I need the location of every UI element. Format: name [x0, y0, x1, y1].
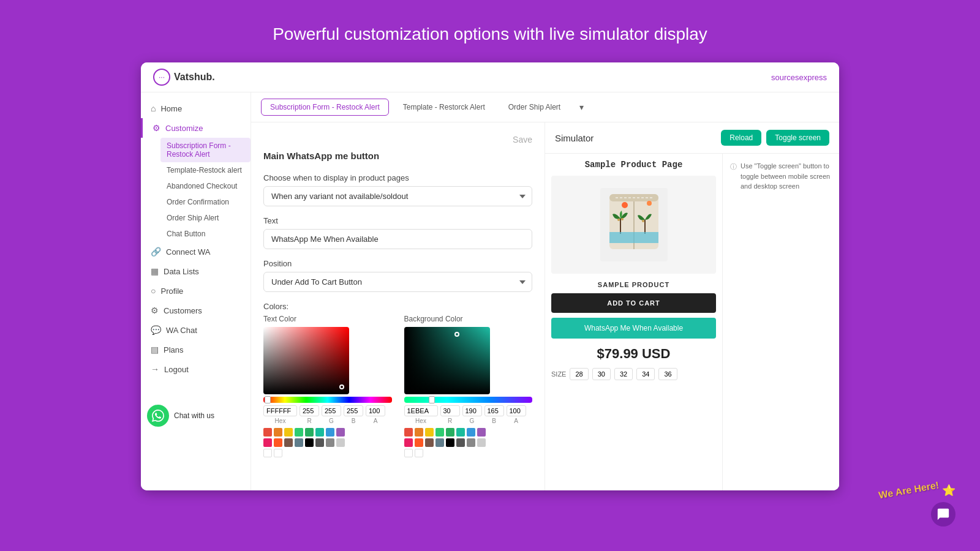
sidebar-sub-abandoned-checkout[interactable]: Abandoned Checkout	[160, 178, 251, 194]
simulator-info: ⓘ Use "Toggle screen" button to toggle b…	[723, 154, 839, 490]
sidebar-sub-order-ship-alert[interactable]: Order Ship Alert	[160, 210, 251, 226]
swatch-dark-green[interactable]	[305, 428, 314, 437]
sidebar-item-plans[interactable]: ▤ Plans	[141, 340, 251, 359]
bg-swatch-grey[interactable]	[467, 438, 475, 447]
sim-size-32[interactable]: 32	[614, 368, 633, 380]
sidebar-item-profile[interactable]: ○ Profile	[141, 281, 251, 301]
bg-color-g-input[interactable]	[462, 405, 482, 416]
product-illustration	[594, 182, 674, 268]
bg-swatch-deep-orange[interactable]	[415, 438, 423, 447]
chat-circle-button[interactable]	[931, 502, 956, 527]
sim-whatsapp-button[interactable]: WhatsApp Me When Available	[551, 318, 716, 339]
sim-size-28[interactable]: 28	[570, 368, 588, 380]
sidebar-label-plans: Plans	[164, 345, 184, 354]
save-btn-row: Save	[263, 135, 532, 144]
swatch-blue-grey[interactable]	[295, 438, 303, 447]
text-color-b-input[interactable]	[344, 405, 363, 416]
text-color-canvas[interactable]	[263, 327, 349, 394]
text-color-a-input[interactable]	[366, 405, 385, 416]
sidebar-sub-order-confirmation[interactable]: Order Confirmation	[160, 194, 251, 210]
sidebar-sub-template-restock[interactable]: Template-Restock alert	[160, 162, 251, 178]
sidebar-item-customers[interactable]: ⚙ Customers	[141, 301, 251, 320]
tab-order-ship[interactable]: Order Ship Alert	[499, 99, 570, 116]
bg-swatch-dark-green[interactable]	[446, 428, 454, 437]
reload-button[interactable]: Reload	[721, 130, 761, 146]
text-color-hue-bar[interactable]	[263, 397, 392, 403]
text-color-dot[interactable]	[339, 384, 344, 389]
swatch-dark-grey[interactable]	[315, 438, 324, 447]
sidebar-sub-subscription-form[interactable]: Subscription Form - Restock Alert	[160, 138, 251, 162]
colors-label: Colors:	[263, 302, 532, 311]
sidebar-item-data-lists[interactable]: ▦ Data Lists	[141, 261, 251, 281]
sim-add-cart-button[interactable]: ADD TO CART	[551, 293, 716, 313]
bg-swatch-pink[interactable]	[404, 438, 413, 447]
bg-swatch-blue[interactable]	[467, 428, 475, 437]
swatch-white[interactable]	[263, 449, 272, 457]
bg-swatch-dark-grey[interactable]	[456, 438, 465, 447]
sim-size-36[interactable]: 36	[658, 368, 677, 380]
swatch-green[interactable]	[295, 428, 303, 437]
swatch-brown[interactable]	[284, 438, 293, 447]
sim-price: $79.99 USD	[551, 346, 716, 362]
text-color-hex-input[interactable]	[263, 405, 297, 416]
bg-swatch-white[interactable]	[404, 449, 413, 457]
swatch-blue[interactable]	[326, 428, 334, 437]
toggle-screen-button[interactable]: Toggle screen	[766, 130, 829, 146]
swatch-grey[interactable]	[326, 438, 334, 447]
swatch-purple[interactable]	[336, 428, 345, 437]
sidebar-item-customize[interactable]: ⚙ Customize	[141, 118, 251, 138]
bg-color-r-input[interactable]	[440, 405, 460, 416]
sidebar-item-wa-chat[interactable]: 💬 WA Chat	[141, 320, 251, 340]
sidebar-item-connect-wa[interactable]: 🔗 Connect WA	[141, 242, 251, 261]
bg-r-label: R	[440, 418, 460, 424]
swatch-deep-orange[interactable]	[274, 438, 282, 447]
sidebar-item-logout[interactable]: → Logout	[141, 359, 251, 379]
bg-swatch-teal[interactable]	[456, 428, 465, 437]
bg-swatch-green[interactable]	[435, 428, 444, 437]
sidebar-label-customize: Customize	[165, 124, 203, 133]
text-input[interactable]	[263, 229, 532, 249]
text-color-labels: Hex R G B A	[263, 418, 392, 424]
swatch-light-grey[interactable]	[336, 438, 345, 447]
tab-subscription-form[interactable]: Subscription Form - Restock Alert	[261, 99, 389, 116]
text-color-r-input[interactable]	[300, 405, 319, 416]
bg-hex-label: Hex	[404, 418, 438, 424]
tab-template-restock[interactable]: Template - Restorck Alert	[394, 99, 494, 116]
sim-size-34[interactable]: 34	[636, 368, 655, 380]
bg-swatch-light-grey[interactable]	[477, 438, 486, 447]
bg-color-canvas[interactable]	[404, 327, 490, 394]
bg-swatch-alpha[interactable]	[415, 449, 423, 457]
sidebar-item-home[interactable]: ⌂ Home	[141, 99, 251, 118]
bg-color-a-input[interactable]	[507, 405, 526, 416]
bg-color-swatches	[404, 428, 493, 457]
tab-more-button[interactable]: ▾	[575, 99, 589, 116]
swatch-orange[interactable]	[274, 428, 282, 437]
bg-color-b-input[interactable]	[484, 405, 504, 416]
swatch-yellow[interactable]	[284, 428, 293, 437]
display-select[interactable]: When any variant not available/soldoutAl…	[263, 186, 532, 206]
sidebar-sub-chat-button[interactable]: Chat Button	[160, 226, 251, 242]
bg-swatch-red[interactable]	[404, 428, 413, 437]
position-select[interactable]: Under Add To Cart ButtonAbove Add To Car…	[263, 272, 532, 292]
bg-swatch-orange[interactable]	[415, 428, 423, 437]
home-icon: ⌂	[151, 103, 156, 113]
swatch-black[interactable]	[305, 438, 314, 447]
bg-color-hex-input[interactable]	[404, 405, 438, 416]
chat-with-us-widget[interactable]: Chat with us	[141, 397, 251, 434]
bg-swatch-black[interactable]	[446, 438, 454, 447]
bg-color-dot[interactable]	[454, 332, 459, 337]
bg-swatch-purple[interactable]	[477, 428, 486, 437]
swatch-red[interactable]	[263, 428, 272, 437]
swatch-pink[interactable]	[263, 438, 272, 447]
save-button[interactable]: Save	[513, 135, 532, 144]
text-color-g-input[interactable]	[322, 405, 341, 416]
bg-swatch-blue-grey[interactable]	[435, 438, 444, 447]
bg-swatch-yellow[interactable]	[425, 428, 434, 437]
bg-color-hue-bar[interactable]	[404, 397, 533, 403]
bg-swatch-brown[interactable]	[425, 438, 434, 447]
swatch-teal[interactable]	[315, 428, 324, 437]
sim-size-30[interactable]: 30	[592, 368, 611, 380]
simulator-buttons: Reload Toggle screen	[721, 130, 829, 146]
display-label: Choose when to display in product pages	[263, 173, 532, 182]
swatch-alpha[interactable]	[274, 449, 282, 457]
